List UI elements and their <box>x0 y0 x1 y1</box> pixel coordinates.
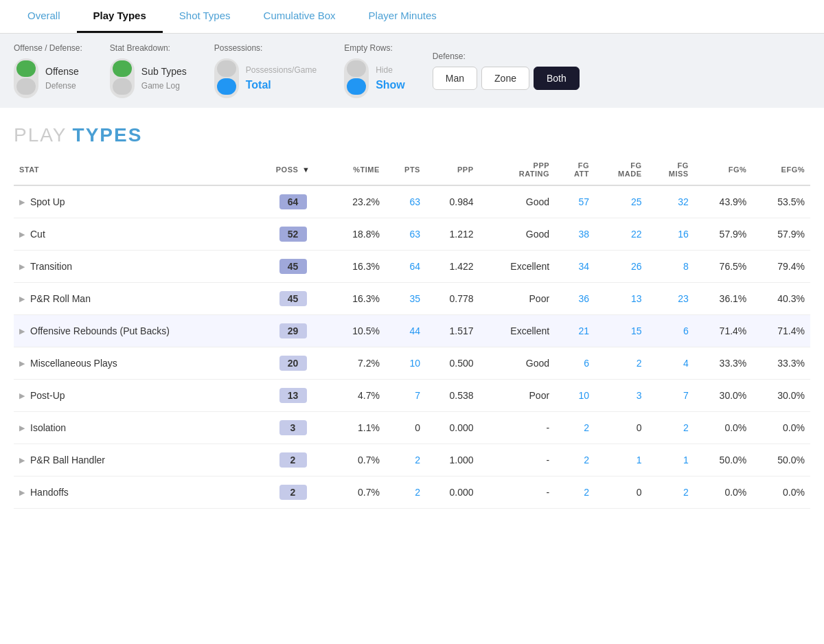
col-header-pts: PTS <box>385 154 426 185</box>
fg-miss-cell: 32 <box>648 185 694 218</box>
fg-att-cell: 38 <box>555 218 595 251</box>
nav-tab-player-minutes[interactable]: Player Minutes <box>352 0 453 33</box>
fg-made-cell: 15 <box>595 315 648 347</box>
toggle-dot-total <box>217 78 236 95</box>
poss-badge: 45 <box>279 291 307 306</box>
stat-name-text: Cut <box>30 229 45 240</box>
offense-label: Offense <box>45 66 79 77</box>
poss-badge: 29 <box>279 323 307 338</box>
time-cell: 10.5% <box>327 315 385 347</box>
fg-miss-cell: 23 <box>648 283 694 315</box>
possessions-value-labels: Possessions/Game Total <box>246 65 317 91</box>
ppp-cell: 0.778 <box>426 283 479 315</box>
efg-pct-cell: 71.4% <box>752 315 810 347</box>
sort-arrow-poss: ▼ <box>302 165 310 174</box>
fg-miss-cell: 16 <box>648 218 694 251</box>
possessions-toggle-row: Possessions/Game Total <box>214 58 317 98</box>
stat-name-cell: ▶Offensive Rebounds (Put Backs) <box>14 315 259 347</box>
stat-name-cell: ▶Handoffs <box>14 476 259 509</box>
stat-name-cell: ▶P&R Ball Handler <box>14 444 259 476</box>
defense-btn-man[interactable]: Man <box>433 67 477 90</box>
defense-btn-zone[interactable]: Zone <box>481 67 529 90</box>
ppp-cell: 0.000 <box>426 476 479 509</box>
stat-name-cell: ▶Transition <box>14 251 259 283</box>
fg-miss-cell: 7 <box>648 380 694 412</box>
col-header--time: %TIME <box>327 154 385 185</box>
fg-pct-cell: 76.5% <box>694 251 753 283</box>
pts-cell: 63 <box>385 218 426 251</box>
fg-made-cell: 26 <box>595 251 648 283</box>
name-cell: ▶Transition <box>19 261 253 272</box>
poss-cell: 2 <box>259 476 328 509</box>
toggle-dot-subtypes <box>113 60 132 77</box>
stat-name-cell: ▶Cut <box>14 218 259 251</box>
name-cell: ▶P&R Ball Handler <box>19 455 253 465</box>
time-cell: 4.7% <box>327 380 385 412</box>
table-row: ▶Post-Up134.7%70.538Poor103730.0%30.0% <box>14 380 810 412</box>
total-label: Total <box>246 79 317 91</box>
fg-made-cell: 22 <box>595 218 648 251</box>
fg-miss-cell: 6 <box>648 315 694 347</box>
pts-cell: 35 <box>385 283 426 315</box>
col-header-stat: STAT <box>14 154 259 185</box>
stat-name-text: Spot Up <box>30 196 65 207</box>
col-header-fg-att: FGATT <box>555 154 595 185</box>
ppp-cell: 1.517 <box>426 315 479 347</box>
col-header-poss[interactable]: POSS ▼ <box>259 154 328 185</box>
efg-pct-cell: 0.0% <box>752 412 810 444</box>
fg-att-cell: 2 <box>555 412 595 444</box>
pts-cell: 7 <box>385 380 426 412</box>
row-expand-chevron[interactable]: ▶ <box>19 391 25 400</box>
fg-att-cell: 6 <box>555 347 595 380</box>
stat-name-text: P&R Roll Man <box>30 293 91 304</box>
defense-buttons: ManZoneBoth <box>433 67 580 90</box>
fg-made-cell: 0 <box>595 412 648 444</box>
rating-cell: Good <box>479 185 556 218</box>
row-expand-chevron[interactable]: ▶ <box>19 488 25 497</box>
stat-breakdown-toggle[interactable] <box>110 58 135 98</box>
fg-pct-cell: 71.4% <box>694 315 753 347</box>
stat-name-text: Handoffs <box>30 487 69 498</box>
stat-breakdown-toggle-row: Sub Types Game Log <box>110 58 187 98</box>
nav-tab-play-types[interactable]: Play Types <box>77 0 163 33</box>
col-header-ppp: PPP <box>426 154 479 185</box>
stat-name-cell: ▶Miscellaneous Plays <box>14 347 259 380</box>
fg-made-cell: 25 <box>595 185 648 218</box>
nav-tab-shot-types[interactable]: Shot Types <box>163 0 247 33</box>
row-expand-chevron[interactable]: ▶ <box>19 230 25 239</box>
pts-cell: 63 <box>385 185 426 218</box>
row-expand-chevron[interactable]: ▶ <box>19 327 25 336</box>
offense-defense-toggle[interactable] <box>14 58 38 98</box>
fg-made-cell: 1 <box>595 444 648 476</box>
nav-tab-cumulative-box[interactable]: Cumulative Box <box>247 0 352 33</box>
ppp-cell: 0.984 <box>426 185 479 218</box>
empty-rows-toggle[interactable] <box>344 58 369 98</box>
row-expand-chevron[interactable]: ▶ <box>19 198 25 207</box>
efg-pct-cell: 30.0% <box>752 380 810 412</box>
nav-tab-overall[interactable]: Overall <box>11 0 77 33</box>
possessions-control: Possessions: Possessions/Game Total <box>214 43 317 98</box>
rating-cell: Good <box>479 347 556 380</box>
poss-badge: 20 <box>279 356 307 371</box>
name-cell: ▶Isolation <box>19 422 253 433</box>
fg-att-cell: 21 <box>555 315 595 347</box>
fg-att-cell: 2 <box>555 444 595 476</box>
fg-miss-cell: 2 <box>648 476 694 509</box>
pts-cell: 64 <box>385 251 426 283</box>
possessions-toggle[interactable] <box>214 58 239 98</box>
stat-name-text: Transition <box>30 261 72 272</box>
row-expand-chevron[interactable]: ▶ <box>19 424 25 433</box>
fg-pct-cell: 50.0% <box>694 444 753 476</box>
fg-miss-cell: 4 <box>648 347 694 380</box>
rating-cell: Good <box>479 218 556 251</box>
row-expand-chevron[interactable]: ▶ <box>19 456 25 465</box>
defense-btn-both[interactable]: Both <box>534 67 580 90</box>
toggle-dot-offense <box>16 60 36 77</box>
empty-rows-toggle-row: Hide Show <box>344 58 405 98</box>
stat-name-cell: ▶P&R Roll Man <box>14 283 259 315</box>
name-cell: ▶Miscellaneous Plays <box>19 358 253 369</box>
row-expand-chevron[interactable]: ▶ <box>19 359 25 368</box>
hide-label: Hide <box>376 65 405 75</box>
row-expand-chevron[interactable]: ▶ <box>19 295 25 303</box>
row-expand-chevron[interactable]: ▶ <box>19 262 25 271</box>
